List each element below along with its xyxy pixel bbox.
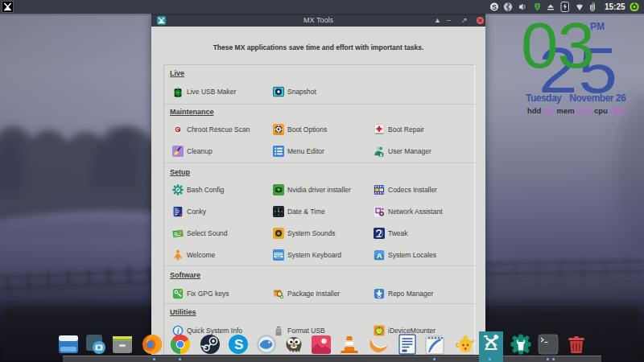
svg-text:A: A [377, 251, 382, 260]
svg-text:S: S [234, 337, 243, 352]
svg-text:15:25: 15:25 [605, 2, 625, 11]
svg-text:S: S [492, 3, 497, 11]
